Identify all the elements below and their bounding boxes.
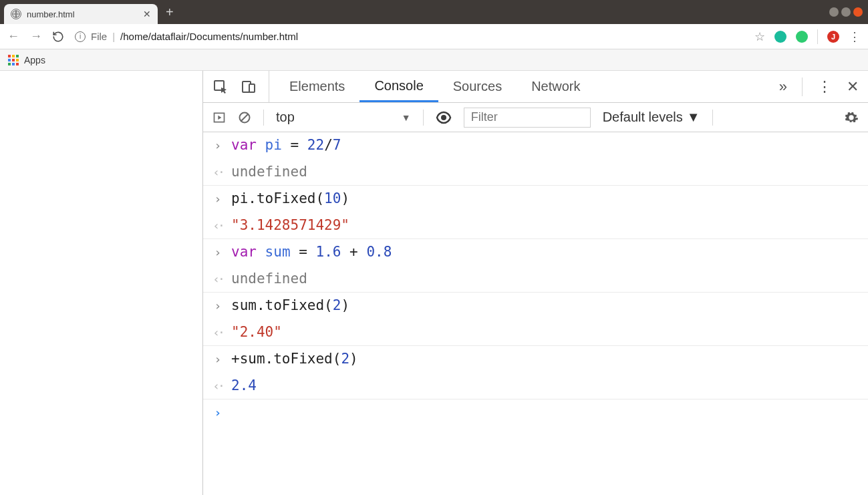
console-prompt[interactable]: ›: [212, 402, 223, 422]
svg-rect-3: [249, 84, 255, 92]
execution-context-select[interactable]: top ▼: [276, 110, 411, 125]
tab-network[interactable]: Network: [517, 71, 595, 102]
console-line: "2.40": [231, 322, 282, 343]
reload-button[interactable]: [52, 31, 65, 43]
console-settings-icon[interactable]: [844, 110, 859, 125]
console-line: sum.toFixed(2): [231, 295, 349, 317]
console-output-marker: ‹·: [212, 215, 223, 234]
chevron-down-icon: ▼: [687, 110, 700, 125]
site-info-icon[interactable]: i: [75, 31, 86, 42]
devtools-close-icon[interactable]: ✕: [847, 78, 859, 96]
url-scheme: File: [91, 31, 107, 42]
console-line: +sum.toFixed(2): [231, 349, 358, 370]
console-line: undefined: [231, 162, 307, 183]
extension-icon[interactable]: [796, 31, 808, 43]
console-output-marker: ‹·: [212, 269, 223, 288]
globe-icon: [11, 9, 21, 19]
console-input[interactable]: [231, 402, 240, 424]
device-toolbar-icon[interactable]: [241, 79, 257, 95]
console-toolbar: top ▼ Default levels ▼: [203, 103, 868, 132]
page-content: [0, 71, 202, 495]
console-output-marker: ‹·: [212, 375, 223, 395]
url-field[interactable]: i File | /home/dataflair/Documents/numbe…: [75, 31, 745, 42]
svg-point-7: [441, 115, 446, 120]
clear-console-icon[interactable]: [238, 111, 251, 124]
browser-tab[interactable]: number.html ✕: [4, 4, 158, 24]
tab-sources[interactable]: Sources: [438, 71, 517, 102]
devtools-tabbar: Elements Console Sources Network » ⋮ ✕: [203, 71, 868, 103]
browser-menu-button[interactable]: ⋮: [849, 29, 861, 44]
console-line: 2.4: [231, 375, 257, 397]
console-line: var pi = 22/7: [231, 135, 341, 156]
forward-button[interactable]: →: [29, 29, 43, 43]
chevron-down-icon: ▼: [402, 112, 411, 123]
console-filter-input[interactable]: [464, 108, 591, 128]
console-input-marker: ›: [212, 242, 223, 261]
inspect-element-icon[interactable]: [212, 79, 229, 95]
close-icon[interactable]: ✕: [143, 9, 151, 19]
console-line: undefined: [231, 269, 307, 290]
new-tab-button[interactable]: +: [166, 5, 174, 20]
console-output-marker: ‹·: [212, 162, 223, 181]
address-bar: ← → i File | /home/dataflair/Documents/n…: [0, 24, 868, 49]
console-line: pi.toFixed(10): [231, 188, 349, 210]
console-output-marker: ‹·: [212, 322, 223, 341]
extension-icon[interactable]: [774, 31, 786, 43]
console-line: var sum = 1.6 + 0.8: [231, 242, 392, 263]
more-tabs-icon[interactable]: »: [779, 78, 787, 96]
window-controls: [829, 0, 868, 24]
log-levels-select[interactable]: Default levels ▼: [603, 110, 700, 125]
apps-label[interactable]: Apps: [24, 55, 45, 65]
live-expression-icon[interactable]: [436, 110, 452, 126]
minimize-button[interactable]: [829, 7, 839, 17]
console-input-marker: ›: [212, 135, 223, 154]
url-path: /home/dataflair/Documents/number.html: [120, 31, 298, 42]
profile-avatar[interactable]: J: [827, 31, 839, 43]
bookmark-star-icon[interactable]: ☆: [754, 29, 765, 44]
window-close-button[interactable]: [853, 7, 863, 17]
console-input-marker: ›: [212, 188, 223, 208]
tab-elements[interactable]: Elements: [275, 71, 359, 102]
back-button[interactable]: ←: [7, 29, 20, 43]
console-input-marker: ›: [212, 349, 223, 368]
console-input-marker: ›: [212, 295, 223, 315]
browser-tabstrip: number.html ✕ +: [0, 0, 868, 24]
devtools-panel: Elements Console Sources Network » ⋮ ✕: [202, 71, 868, 495]
toggle-sidebar-icon[interactable]: [212, 111, 226, 124]
console-output[interactable]: ›var pi = 22/7‹·undefined›pi.toFixed(10)…: [203, 132, 868, 495]
devtools-menu-icon[interactable]: ⋮: [817, 78, 832, 96]
maximize-button[interactable]: [841, 7, 851, 17]
tab-title: number.html: [27, 9, 138, 19]
apps-icon[interactable]: [8, 55, 19, 65]
svg-line-6: [241, 114, 248, 121]
tab-console[interactable]: Console: [359, 71, 438, 102]
bookmarks-bar: Apps: [0, 49, 868, 71]
console-line: "3.1428571429": [231, 215, 349, 236]
